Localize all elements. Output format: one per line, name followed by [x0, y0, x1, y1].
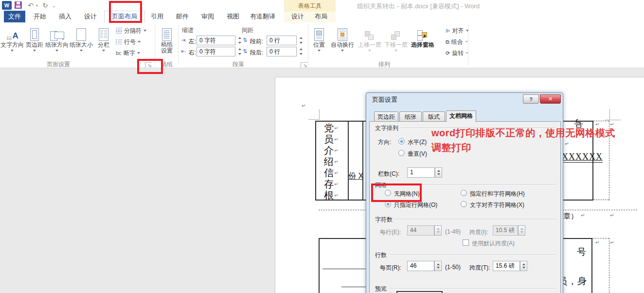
position-button[interactable]: 位置: [310, 24, 328, 61]
indent-right-input[interactable]: 0 字符: [197, 47, 235, 56]
ribbon-tab-row: 文件 开始 插入 设计 页面布局 引用 邮件 审阅 视图 有道翻译 设计 布局: [0, 11, 644, 22]
dialog-tab-margins[interactable]: 页边距: [374, 111, 398, 122]
columns-label: 栏数(C):: [378, 170, 399, 178]
dialog-tab-document-grid[interactable]: 文档网格: [446, 110, 476, 122]
document-canvas[interactable]: ↵ 党↵ 员↵ 介↵ 绍↵ 信↵ 存↵ 根↵ 份 X 号 ↵ ↵ ↵ XXXXX…: [0, 68, 644, 293]
page-setup-group-label: 页面设置: [19, 60, 97, 69]
tab-table-layout[interactable]: 布局: [310, 11, 332, 22]
group-button[interactable]: ⧉ 组合: [446, 37, 468, 46]
indent-right-label: 右:: [189, 49, 196, 57]
indent-left-input[interactable]: 0 字符: [197, 36, 235, 45]
undo-icon[interactable]: ↶: [26, 1, 35, 10]
manuscript-grid-icon: [157, 25, 177, 41]
line-pitch-stepper[interactable]: [520, 261, 527, 271]
dialog-help-button[interactable]: ?: [523, 94, 539, 104]
direction-horizontal-radio[interactable]: [398, 138, 405, 145]
char-pitch-label: 跨度(I):: [469, 228, 488, 237]
lines-per-page-input[interactable]: 46: [407, 261, 434, 271]
align-chars-grid-radio[interactable]: [461, 201, 467, 207]
spacing-after-icon: ⇅: [243, 48, 250, 55]
annotation-line-1: word打印排版不正常的，使用无网格模式: [431, 127, 615, 140]
blank-underline: [341, 287, 366, 287]
tab-insert[interactable]: 插入: [54, 11, 76, 22]
columns-stepper[interactable]: [435, 167, 442, 178]
dialog-tab-layout[interactable]: 版式: [423, 111, 445, 122]
tab-file[interactable]: 文件: [4, 11, 25, 22]
redo-icon[interactable]: ↻: [41, 1, 50, 10]
dialog-close-button[interactable]: ✕: [540, 94, 561, 104]
tab-youdao-translate[interactable]: 有道翻译: [246, 11, 279, 22]
spacing-after-stepper[interactable]: [298, 47, 304, 56]
chars-section-label: 字符数: [374, 216, 394, 224]
rotate-button[interactable]: ⟳ 旋转: [446, 49, 468, 57]
highlight-box-dialog-launcher: [137, 59, 163, 74]
margin-crop-mark: [605, 120, 621, 120]
wrap-text-button[interactable]: 自动换行: [329, 24, 356, 61]
placeholder-xxxxxx-text: XXXXXX: [562, 152, 603, 163]
spacing-before-stepper[interactable]: [298, 36, 304, 45]
qat-customize-icon[interactable]: ⌄: [51, 1, 57, 10]
page-size-icon: [69, 25, 93, 41]
orientation-button[interactable]: ⤵ 纸张方向: [45, 24, 69, 61]
line-numbers-button[interactable]: 行号: [116, 37, 141, 46]
use-default-pitch-checkbox[interactable]: [463, 239, 469, 246]
lines-section-label: 行数: [374, 251, 388, 259]
margins-icon: [24, 25, 45, 41]
indent-left-icon: ⇥: [181, 37, 188, 43]
margins-button[interactable]: 页边距: [24, 24, 45, 61]
breaks-icon: [116, 28, 122, 34]
columns-button[interactable]: 分栏: [94, 24, 113, 61]
align-icon: ⊫: [446, 28, 450, 34]
preview-section-label: 预览: [374, 285, 388, 293]
spacing-before-icon: ⇅: [243, 37, 250, 43]
dialog-tab-paper[interactable]: 纸张: [399, 111, 422, 122]
direction-vertical-radio[interactable]: [398, 150, 405, 156]
selection-pane-button[interactable]: 选择窗格: [410, 24, 436, 61]
tab-references[interactable]: 引用: [147, 11, 167, 22]
send-backward-button[interactable]: 下移一层: [383, 24, 409, 61]
indent-header: 缩进: [182, 26, 194, 35]
indent-left-label: 左:: [189, 37, 196, 46]
chars-per-line-label: 每行(E):: [380, 228, 401, 237]
save-icon[interactable]: [15, 1, 22, 9]
align-button[interactable]: ⊫ 对齐: [446, 26, 469, 35]
tab-home[interactable]: 开始: [29, 11, 51, 22]
indent-right-stepper[interactable]: [236, 47, 243, 56]
undo-dropdown-icon[interactable]: ▾: [35, 1, 39, 10]
selection-pane-icon: [410, 25, 436, 41]
indent-left-stepper[interactable]: [236, 36, 243, 45]
line-pitch-input[interactable]: 15.6 磅: [493, 261, 520, 271]
chars-range-label: (1-49): [445, 228, 461, 235]
preview-thumbnail: [396, 291, 443, 293]
window-title: 组织关系转出 - 副本.docx [兼容模式] - Word: [321, 2, 516, 11]
page-size-button[interactable]: 纸张大小: [69, 24, 93, 61]
breaks-button[interactable]: 分隔符: [116, 26, 146, 35]
tab-view[interactable]: 视图: [223, 11, 243, 22]
manuscript-setup-button[interactable]: 稿纸 设置: [157, 24, 177, 61]
lines-and-chars-grid-radio[interactable]: [461, 190, 467, 196]
hao-text: 号: [577, 246, 586, 258]
word-logo-icon[interactable]: W: [2, 1, 12, 10]
columns-input[interactable]: 1: [407, 167, 435, 178]
tab-mailings[interactable]: 邮件: [172, 11, 193, 22]
orientation-icon: ⤵: [45, 25, 69, 41]
close-icon: ✕: [548, 96, 553, 102]
blank-underline: [322, 269, 366, 269]
tab-review[interactable]: 审阅: [197, 11, 218, 22]
text-flow-section-label: 文字排列: [374, 124, 399, 132]
indent-right-icon: ⇤: [181, 48, 188, 55]
hyphenation-button[interactable]: bc 断字: [116, 49, 140, 57]
highlight-box-page-layout-tab: [109, 1, 142, 23]
spacing-before-input[interactable]: 0 行: [267, 36, 297, 45]
spacing-after-input[interactable]: 0 行: [267, 47, 297, 56]
tab-table-design[interactable]: 设计: [287, 11, 308, 22]
highlight-box-no-grid: [371, 183, 422, 202]
dialog-title-bar[interactable]: 页面设置 ? ✕: [366, 93, 563, 106]
margin-crop-mark: [609, 109, 610, 120]
bring-forward-button[interactable]: 上移一层: [357, 24, 382, 61]
lines-per-page-stepper[interactable]: [434, 261, 442, 271]
dialog-title: 页面设置: [372, 95, 397, 104]
tab-design[interactable]: 设计: [80, 11, 101, 22]
spacing-before-label: 段前:: [250, 37, 263, 46]
text-direction-button[interactable]: ↓↓↓ A 文字方向: [0, 24, 24, 61]
